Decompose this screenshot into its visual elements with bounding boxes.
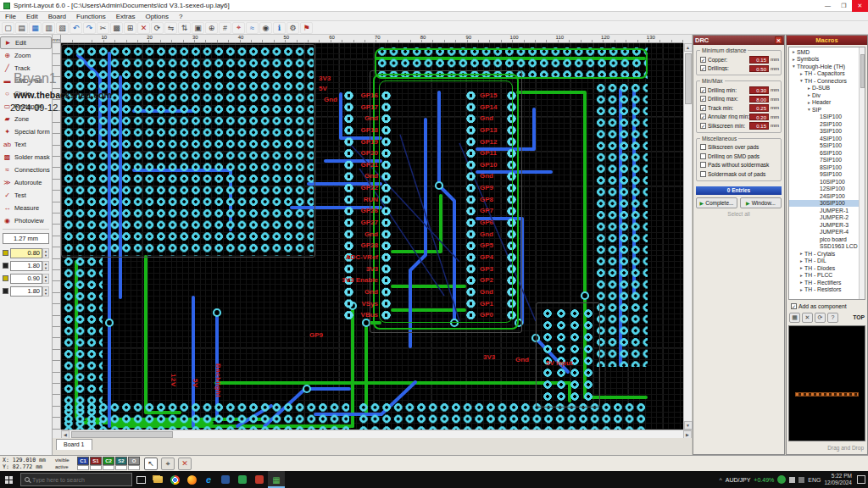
- tree-expand-icon[interactable]: ▾: [791, 64, 797, 69]
- pin-label[interactable]: Gnd: [480, 113, 493, 125]
- photoview-icon[interactable]: ◉: [259, 22, 272, 34]
- pin-label[interactable]: GP22: [361, 182, 378, 194]
- pin-label[interactable]: GP21: [361, 159, 378, 171]
- save-icon[interactable]: ▦: [29, 22, 42, 34]
- pin-label[interactable]: GP0: [480, 309, 493, 321]
- flag-icon[interactable]: ⚑: [300, 22, 313, 34]
- settings-icon[interactable]: ⚙: [287, 22, 299, 34]
- ratsnest-icon[interactable]: ≈: [246, 22, 259, 34]
- word-icon[interactable]: [217, 471, 234, 488]
- copy-icon[interactable]: ▩: [110, 22, 123, 34]
- pin-label[interactable]: GP9: [480, 182, 493, 194]
- tree-item[interactable]: 5SIP100: [789, 142, 865, 150]
- pin-label[interactable]: RUN: [364, 194, 378, 206]
- net-label[interactable]: Backlight: [214, 363, 222, 398]
- pin-label[interactable]: GP2: [480, 274, 493, 286]
- macro-tool-icon[interactable]: ✕: [802, 313, 813, 323]
- tree-item[interactable]: ▸ TH - Resistors: [789, 286, 865, 294]
- tree-item[interactable]: 10SIP100: [789, 178, 865, 186]
- spinner[interactable]: ▲▼: [42, 286, 49, 297]
- tool-test[interactable]: ✓ Test: [0, 189, 52, 202]
- tool-photoview[interactable]: ◉ Photoview: [0, 214, 52, 227]
- menu-item[interactable]: Functions: [71, 13, 111, 20]
- rule-value-field[interactable]: 0.50: [749, 65, 769, 73]
- pin-label[interactable]: Gnd: [364, 286, 378, 298]
- tool-autoroute[interactable]: ≫ Autoroute: [0, 176, 52, 189]
- chevron-up-icon[interactable]: ^: [719, 477, 721, 483]
- pin-label[interactable]: GP14: [480, 102, 497, 114]
- tree-item[interactable]: SSD1963 LCD: [789, 243, 865, 251]
- silkscreen-outline[interactable]: [61, 44, 315, 258]
- tree-item[interactable]: ▾ TH - Connectors: [789, 77, 865, 85]
- tree-item[interactable]: JUMPER-3: [789, 221, 865, 229]
- forex-ticker[interactable]: AUD/JPY: [726, 477, 751, 483]
- pin-label[interactable]: Gnd: [364, 113, 378, 125]
- net-label[interactable]: 12V: [170, 374, 177, 387]
- rule-value-field[interactable]: 0.15: [749, 122, 769, 130]
- rule-value-field[interactable]: 8.00: [749, 96, 769, 103]
- tree-item[interactable]: ▸ Symbols: [789, 56, 865, 64]
- pcb-board-view[interactable]: GP16GP17GndGP18GP19GP20GP21GndGP22RUNGP2…: [61, 43, 683, 430]
- pin-label[interactable]: GP18: [361, 125, 378, 136]
- group-icon[interactable]: ▣: [192, 22, 204, 34]
- tree-expand-icon[interactable]: ▸: [798, 251, 804, 256]
- sprint-layout-icon[interactable]: ▦: [268, 471, 285, 488]
- start-button[interactable]: [0, 471, 20, 488]
- drc-close-icon[interactable]: ✕: [775, 36, 782, 44]
- layer-visibility-button[interactable]: O: [128, 457, 140, 465]
- tool-circle[interactable]: ○ Circle: [0, 87, 52, 100]
- drc-header[interactable]: DRC ✕: [693, 36, 784, 45]
- pad-grid[interactable]: [63, 402, 349, 430]
- checkbox[interactable]: [700, 162, 706, 168]
- tool-connections[interactable]: ≈ Connections: [0, 164, 52, 176]
- rule-value-field[interactable]: 0.20: [749, 114, 769, 121]
- value-field[interactable]: 0.80: [10, 248, 42, 258]
- clock[interactable]: 5:22 PM 12/09/2024: [824, 473, 852, 486]
- tree-item[interactable]: 24SIP100: [789, 192, 865, 200]
- spinner[interactable]: ▲▼: [42, 261, 49, 271]
- layer-active-radio[interactable]: [77, 465, 89, 470]
- snap-icon[interactable]: ⌖: [232, 22, 245, 34]
- pin-label[interactable]: GP26: [361, 205, 378, 217]
- rule-value-field[interactable]: 0.30: [749, 86, 769, 94]
- grid-value-box[interactable]: 1.27 mm: [3, 233, 49, 244]
- tree-item[interactable]: JUMPER-4: [789, 229, 865, 236]
- zoom-icon[interactable]: ⊕: [205, 22, 218, 34]
- chrome-icon[interactable]: [166, 471, 183, 488]
- tree-expand-icon[interactable]: ▸: [798, 265, 804, 270]
- tree-item[interactable]: 12SIP100: [789, 186, 865, 193]
- layer-visibility-button[interactable]: C1: [77, 457, 89, 465]
- pin-label[interactable]: VSys: [361, 298, 378, 310]
- vertical-scrollbar[interactable]: ▲ ▼: [683, 43, 692, 430]
- paste-icon[interactable]: ⊞: [124, 22, 136, 34]
- tool-zone[interactable]: ▰ Zone: [0, 113, 52, 125]
- top-side-label[interactable]: TOP: [853, 314, 865, 320]
- tool-zoom[interactable]: ⊕ Zoom: [0, 49, 52, 62]
- pin-label[interactable]: GP20: [361, 147, 378, 159]
- weather-icon[interactable]: [777, 475, 786, 484]
- tree-expand-icon[interactable]: ▸: [791, 57, 797, 62]
- close-button[interactable]: ✕: [852, 0, 868, 12]
- notification-center-icon[interactable]: [857, 475, 865, 484]
- checkbox[interactable]: [700, 144, 706, 150]
- pin-label[interactable]: Gnd: [480, 229, 493, 241]
- tree-expand-icon[interactable]: ▸: [798, 280, 804, 285]
- pin-label[interactable]: GP19: [361, 136, 378, 148]
- layer-active-radio[interactable]: [103, 465, 114, 470]
- pin-label[interactable]: GP15: [480, 90, 497, 102]
- net-label[interactable]: GP9: [309, 331, 323, 339]
- pin-label[interactable]: GP10: [480, 159, 497, 171]
- net-label[interactable]: 3V3: [483, 353, 495, 361]
- scrollbar-thumb[interactable]: [71, 431, 173, 438]
- net-label[interactable]: 3V3: [319, 75, 331, 82]
- pin-label[interactable]: VBus: [361, 309, 378, 321]
- checkbox[interactable]: ✓: [700, 123, 706, 129]
- language-indicator[interactable]: ENG: [808, 477, 821, 483]
- board-outline[interactable]: [375, 48, 648, 79]
- board-tab[interactable]: Board 1: [56, 439, 92, 450]
- checkbox[interactable]: [700, 171, 706, 177]
- tree-item[interactable]: 1SIP100: [789, 114, 865, 121]
- pin-label[interactable]: 3V3 Enable: [342, 274, 378, 286]
- checkbox[interactable]: ✓: [700, 114, 706, 119]
- tree-scrollbar[interactable]: [859, 47, 865, 299]
